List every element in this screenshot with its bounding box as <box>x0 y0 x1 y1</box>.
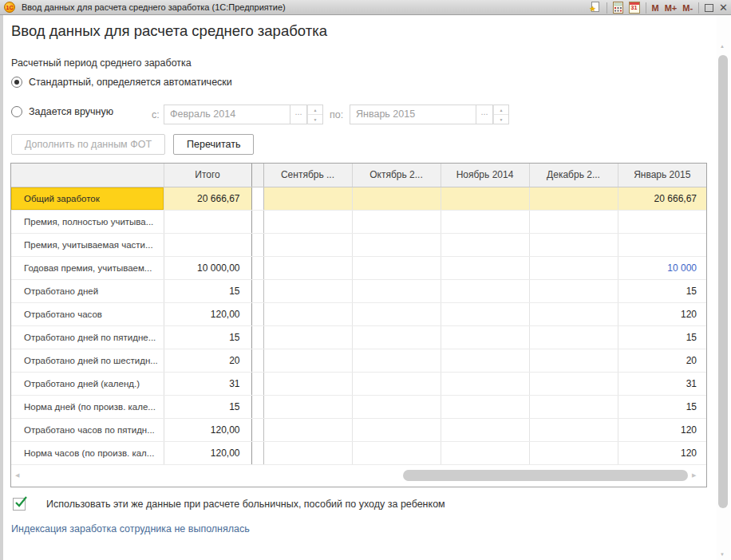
total-value-cell[interactable]: 120,00 <box>164 302 251 325</box>
month-value-cell[interactable] <box>618 210 706 233</box>
use-data-checkbox[interactable] <box>13 498 26 511</box>
total-value-cell[interactable]: 120,00 <box>164 441 251 464</box>
spinner-up-icon[interactable]: ▲ <box>494 105 508 115</box>
vertical-scrollbar[interactable]: ▲ ▼ <box>717 15 730 560</box>
total-value-cell[interactable]: 15 <box>164 279 251 302</box>
month-value-cell[interactable] <box>263 210 352 233</box>
month-value-cell[interactable] <box>263 256 352 279</box>
total-value-cell[interactable]: 120,00 <box>164 418 251 441</box>
total-value-cell[interactable]: 31 <box>164 372 251 395</box>
reread-button[interactable]: Перечитать <box>173 134 254 155</box>
total-value-cell[interactable]: 20 <box>164 349 251 372</box>
month-value-cell[interactable] <box>529 279 618 302</box>
month-value-cell[interactable] <box>441 256 529 279</box>
month-value-cell[interactable] <box>529 210 618 233</box>
month-value-cell[interactable] <box>441 187 529 210</box>
month-value-cell[interactable] <box>441 302 529 325</box>
row-label-cell[interactable]: Отработано дней по шестидн... <box>11 349 164 372</box>
row-label-cell[interactable]: Премия, учитываемая части... <box>11 233 164 256</box>
month-value-cell[interactable] <box>352 349 441 372</box>
month-value-cell[interactable] <box>441 441 529 464</box>
calculator-icon[interactable] <box>613 2 623 14</box>
month-value-cell[interactable] <box>529 349 618 372</box>
column-header-month[interactable]: Октябрь 2... <box>352 164 441 187</box>
radio-manual-period[interactable]: Задается вручную <box>11 106 113 117</box>
month-value-cell[interactable] <box>263 418 352 441</box>
column-header-month[interactable]: Ноябрь 2014 <box>441 164 529 187</box>
radio-standard-period[interactable]: Стандартный, определяется автоматически <box>11 77 232 88</box>
column-header-month[interactable]: Январь 2015 <box>618 164 706 187</box>
month-value-cell[interactable] <box>441 325 529 349</box>
month-value-cell[interactable] <box>529 302 618 325</box>
to-date-spinner[interactable]: ▲▼ <box>493 105 509 124</box>
close-window-button[interactable]: ✕ <box>719 1 728 14</box>
total-value-cell[interactable] <box>164 210 251 233</box>
month-value-cell[interactable] <box>352 302 441 325</box>
total-value-cell[interactable]: 15 <box>164 395 251 418</box>
month-value-cell[interactable] <box>529 441 618 464</box>
memory-m-plus-button[interactable]: М+ <box>665 1 678 14</box>
row-label-cell[interactable]: Отработано часов <box>11 302 164 325</box>
month-value-cell[interactable] <box>352 187 441 210</box>
spinner-up-icon[interactable]: ▲ <box>308 105 322 115</box>
row-label-cell[interactable]: Отработано дней <box>11 279 164 302</box>
from-date-picker-button[interactable]: ... <box>290 105 307 124</box>
month-value-cell[interactable] <box>441 395 529 418</box>
row-label-cell[interactable]: Годовая премия, учитываем... <box>11 256 164 279</box>
favorites-page-icon[interactable]: ★ <box>591 2 601 14</box>
month-value-cell[interactable] <box>618 233 706 256</box>
indexation-link[interactable]: Индексация заработка сотрудника не выпол… <box>11 523 250 534</box>
restore-window-button[interactable] <box>705 1 713 14</box>
month-value-cell[interactable] <box>352 233 441 256</box>
memory-m-button[interactable]: М <box>652 1 659 14</box>
month-value-cell[interactable] <box>263 349 352 372</box>
total-value-cell[interactable]: 15 <box>164 325 251 349</box>
row-label-cell[interactable]: Отработано дней (календ.) <box>11 372 164 395</box>
month-value-cell[interactable] <box>529 325 618 349</box>
month-value-cell[interactable]: 120 <box>618 302 706 325</box>
month-value-cell[interactable] <box>263 302 352 325</box>
column-header-month[interactable]: Декабрь 2... <box>529 164 618 187</box>
month-value-cell[interactable] <box>441 279 529 302</box>
radio-button-unchecked[interactable] <box>11 106 22 117</box>
month-value-cell[interactable] <box>352 395 441 418</box>
row-label-cell[interactable]: Норма дней (по произв. кале... <box>11 395 164 418</box>
spinner-down-icon[interactable]: ▼ <box>494 115 508 124</box>
month-value-cell[interactable] <box>263 372 352 395</box>
month-value-cell[interactable] <box>263 325 352 349</box>
month-value-cell[interactable] <box>263 395 352 418</box>
calendar-icon[interactable]: 31 <box>629 2 640 14</box>
month-value-cell[interactable] <box>352 372 441 395</box>
row-label-cell[interactable]: Общий заработок <box>11 187 164 210</box>
fill-from-fot-button[interactable]: Дополнить по данным ФОТ <box>11 134 165 155</box>
total-value-cell[interactable] <box>164 233 251 256</box>
month-value-cell[interactable] <box>529 372 618 395</box>
month-value-cell[interactable] <box>441 349 529 372</box>
row-label-cell[interactable]: Премия, полностью учитыва... <box>11 210 164 233</box>
column-header-total[interactable]: Итого <box>164 164 251 187</box>
row-label-cell[interactable]: Отработано дней по пятидне... <box>11 325 164 349</box>
month-value-cell[interactable] <box>263 233 352 256</box>
month-value-cell[interactable]: 20 666,67 <box>618 187 706 210</box>
column-header-rowlabels[interactable] <box>11 164 164 187</box>
month-value-cell[interactable] <box>352 441 441 464</box>
month-value-cell[interactable] <box>352 325 441 349</box>
month-value-cell[interactable]: 15 <box>618 325 706 349</box>
month-value-cell[interactable] <box>529 418 618 441</box>
month-value-cell[interactable]: 15 <box>618 279 706 302</box>
month-value-cell[interactable] <box>441 210 529 233</box>
vertical-scroll-thumb[interactable] <box>718 55 728 508</box>
scroll-up-icon[interactable]: ▲ <box>720 44 725 49</box>
month-value-cell[interactable] <box>441 372 529 395</box>
month-value-cell[interactable] <box>352 210 441 233</box>
total-value-cell[interactable]: 10 000,00 <box>164 256 251 279</box>
month-value-cell[interactable] <box>529 233 618 256</box>
month-value-cell[interactable] <box>352 256 441 279</box>
month-value-cell[interactable]: 20 <box>618 349 706 372</box>
memory-m-minus-button[interactable]: М- <box>682 1 693 14</box>
radio-button-checked[interactable] <box>11 77 22 88</box>
row-label-cell[interactable]: Норма часов (по произв. кал... <box>11 441 164 464</box>
from-date-spinner[interactable]: ▲▼ <box>307 105 323 124</box>
month-value-cell[interactable]: 120 <box>618 441 706 464</box>
month-value-cell[interactable] <box>529 395 618 418</box>
